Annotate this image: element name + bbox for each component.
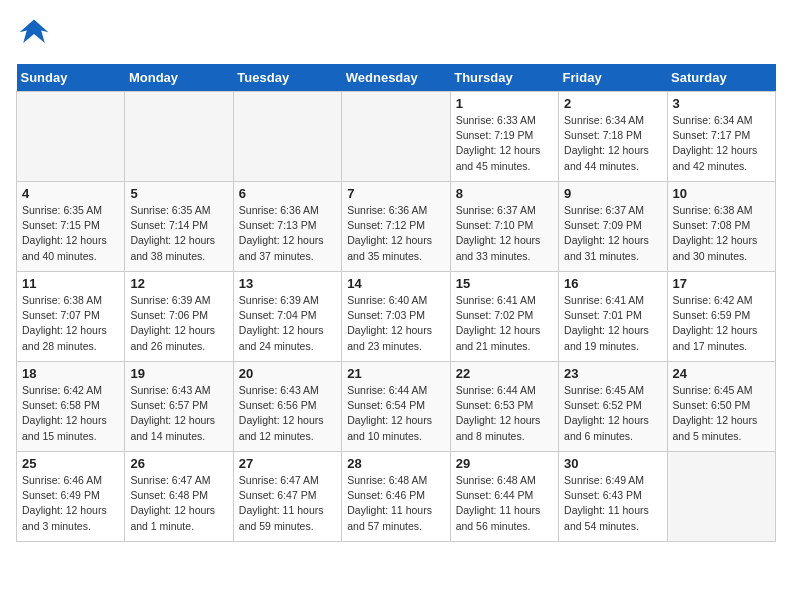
calendar-cell: 20Sunrise: 6:43 AMSunset: 6:56 PMDayligh… bbox=[233, 362, 341, 452]
day-number: 16 bbox=[564, 276, 661, 291]
day-number: 14 bbox=[347, 276, 444, 291]
day-info: Sunrise: 6:40 AMSunset: 7:03 PMDaylight:… bbox=[347, 293, 444, 354]
day-number: 2 bbox=[564, 96, 661, 111]
calendar-cell: 9Sunrise: 6:37 AMSunset: 7:09 PMDaylight… bbox=[559, 182, 667, 272]
weekday-header-sunday: Sunday bbox=[17, 64, 125, 92]
day-number: 4 bbox=[22, 186, 119, 201]
calendar-cell: 21Sunrise: 6:44 AMSunset: 6:54 PMDayligh… bbox=[342, 362, 450, 452]
day-info: Sunrise: 6:35 AMSunset: 7:15 PMDaylight:… bbox=[22, 203, 119, 264]
logo-icon bbox=[16, 16, 52, 52]
calendar-cell: 13Sunrise: 6:39 AMSunset: 7:04 PMDayligh… bbox=[233, 272, 341, 362]
day-info: Sunrise: 6:45 AMSunset: 6:50 PMDaylight:… bbox=[673, 383, 770, 444]
day-info: Sunrise: 6:49 AMSunset: 6:43 PMDaylight:… bbox=[564, 473, 661, 534]
page-header bbox=[16, 16, 776, 52]
calendar-cell: 5Sunrise: 6:35 AMSunset: 7:14 PMDaylight… bbox=[125, 182, 233, 272]
calendar-week-5: 25Sunrise: 6:46 AMSunset: 6:49 PMDayligh… bbox=[17, 452, 776, 542]
day-info: Sunrise: 6:44 AMSunset: 6:54 PMDaylight:… bbox=[347, 383, 444, 444]
day-info: Sunrise: 6:44 AMSunset: 6:53 PMDaylight:… bbox=[456, 383, 553, 444]
day-info: Sunrise: 6:39 AMSunset: 7:04 PMDaylight:… bbox=[239, 293, 336, 354]
calendar-cell: 29Sunrise: 6:48 AMSunset: 6:44 PMDayligh… bbox=[450, 452, 558, 542]
day-number: 11 bbox=[22, 276, 119, 291]
day-info: Sunrise: 6:48 AMSunset: 6:46 PMDaylight:… bbox=[347, 473, 444, 534]
calendar-cell: 24Sunrise: 6:45 AMSunset: 6:50 PMDayligh… bbox=[667, 362, 775, 452]
calendar-cell: 14Sunrise: 6:40 AMSunset: 7:03 PMDayligh… bbox=[342, 272, 450, 362]
day-info: Sunrise: 6:41 AMSunset: 7:02 PMDaylight:… bbox=[456, 293, 553, 354]
calendar-cell: 10Sunrise: 6:38 AMSunset: 7:08 PMDayligh… bbox=[667, 182, 775, 272]
calendar-cell: 27Sunrise: 6:47 AMSunset: 6:47 PMDayligh… bbox=[233, 452, 341, 542]
day-info: Sunrise: 6:37 AMSunset: 7:10 PMDaylight:… bbox=[456, 203, 553, 264]
calendar-cell: 26Sunrise: 6:47 AMSunset: 6:48 PMDayligh… bbox=[125, 452, 233, 542]
calendar-cell: 15Sunrise: 6:41 AMSunset: 7:02 PMDayligh… bbox=[450, 272, 558, 362]
weekday-header-tuesday: Tuesday bbox=[233, 64, 341, 92]
calendar-cell: 7Sunrise: 6:36 AMSunset: 7:12 PMDaylight… bbox=[342, 182, 450, 272]
day-number: 9 bbox=[564, 186, 661, 201]
day-info: Sunrise: 6:34 AMSunset: 7:18 PMDaylight:… bbox=[564, 113, 661, 174]
day-number: 25 bbox=[22, 456, 119, 471]
calendar-cell: 6Sunrise: 6:36 AMSunset: 7:13 PMDaylight… bbox=[233, 182, 341, 272]
weekday-header-thursday: Thursday bbox=[450, 64, 558, 92]
calendar-cell: 30Sunrise: 6:49 AMSunset: 6:43 PMDayligh… bbox=[559, 452, 667, 542]
day-number: 7 bbox=[347, 186, 444, 201]
calendar-cell: 2Sunrise: 6:34 AMSunset: 7:18 PMDaylight… bbox=[559, 92, 667, 182]
day-number: 8 bbox=[456, 186, 553, 201]
calendar-cell: 25Sunrise: 6:46 AMSunset: 6:49 PMDayligh… bbox=[17, 452, 125, 542]
day-number: 22 bbox=[456, 366, 553, 381]
day-info: Sunrise: 6:38 AMSunset: 7:08 PMDaylight:… bbox=[673, 203, 770, 264]
day-number: 26 bbox=[130, 456, 227, 471]
calendar-week-2: 4Sunrise: 6:35 AMSunset: 7:15 PMDaylight… bbox=[17, 182, 776, 272]
day-number: 28 bbox=[347, 456, 444, 471]
day-number: 18 bbox=[22, 366, 119, 381]
weekday-header-wednesday: Wednesday bbox=[342, 64, 450, 92]
calendar-cell bbox=[342, 92, 450, 182]
day-info: Sunrise: 6:45 AMSunset: 6:52 PMDaylight:… bbox=[564, 383, 661, 444]
calendar-cell: 12Sunrise: 6:39 AMSunset: 7:06 PMDayligh… bbox=[125, 272, 233, 362]
day-info: Sunrise: 6:34 AMSunset: 7:17 PMDaylight:… bbox=[673, 113, 770, 174]
day-number: 1 bbox=[456, 96, 553, 111]
calendar-cell bbox=[125, 92, 233, 182]
calendar-cell: 23Sunrise: 6:45 AMSunset: 6:52 PMDayligh… bbox=[559, 362, 667, 452]
day-info: Sunrise: 6:37 AMSunset: 7:09 PMDaylight:… bbox=[564, 203, 661, 264]
day-number: 10 bbox=[673, 186, 770, 201]
day-number: 3 bbox=[673, 96, 770, 111]
day-info: Sunrise: 6:35 AMSunset: 7:14 PMDaylight:… bbox=[130, 203, 227, 264]
day-info: Sunrise: 6:38 AMSunset: 7:07 PMDaylight:… bbox=[22, 293, 119, 354]
day-number: 19 bbox=[130, 366, 227, 381]
day-number: 24 bbox=[673, 366, 770, 381]
calendar-cell: 11Sunrise: 6:38 AMSunset: 7:07 PMDayligh… bbox=[17, 272, 125, 362]
day-number: 12 bbox=[130, 276, 227, 291]
day-info: Sunrise: 6:33 AMSunset: 7:19 PMDaylight:… bbox=[456, 113, 553, 174]
day-number: 29 bbox=[456, 456, 553, 471]
calendar-cell bbox=[233, 92, 341, 182]
day-info: Sunrise: 6:46 AMSunset: 6:49 PMDaylight:… bbox=[22, 473, 119, 534]
calendar-cell: 8Sunrise: 6:37 AMSunset: 7:10 PMDaylight… bbox=[450, 182, 558, 272]
day-info: Sunrise: 6:47 AMSunset: 6:48 PMDaylight:… bbox=[130, 473, 227, 534]
day-info: Sunrise: 6:36 AMSunset: 7:12 PMDaylight:… bbox=[347, 203, 444, 264]
day-info: Sunrise: 6:42 AMSunset: 6:58 PMDaylight:… bbox=[22, 383, 119, 444]
calendar-cell: 3Sunrise: 6:34 AMSunset: 7:17 PMDaylight… bbox=[667, 92, 775, 182]
calendar-cell: 17Sunrise: 6:42 AMSunset: 6:59 PMDayligh… bbox=[667, 272, 775, 362]
day-info: Sunrise: 6:43 AMSunset: 6:57 PMDaylight:… bbox=[130, 383, 227, 444]
calendar-week-1: 1Sunrise: 6:33 AMSunset: 7:19 PMDaylight… bbox=[17, 92, 776, 182]
calendar-table: SundayMondayTuesdayWednesdayThursdayFrid… bbox=[16, 64, 776, 542]
weekday-header-saturday: Saturday bbox=[667, 64, 775, 92]
day-info: Sunrise: 6:47 AMSunset: 6:47 PMDaylight:… bbox=[239, 473, 336, 534]
calendar-cell: 28Sunrise: 6:48 AMSunset: 6:46 PMDayligh… bbox=[342, 452, 450, 542]
day-info: Sunrise: 6:36 AMSunset: 7:13 PMDaylight:… bbox=[239, 203, 336, 264]
day-info: Sunrise: 6:41 AMSunset: 7:01 PMDaylight:… bbox=[564, 293, 661, 354]
day-number: 30 bbox=[564, 456, 661, 471]
day-info: Sunrise: 6:43 AMSunset: 6:56 PMDaylight:… bbox=[239, 383, 336, 444]
day-number: 21 bbox=[347, 366, 444, 381]
day-info: Sunrise: 6:39 AMSunset: 7:06 PMDaylight:… bbox=[130, 293, 227, 354]
day-number: 27 bbox=[239, 456, 336, 471]
day-number: 13 bbox=[239, 276, 336, 291]
calendar-cell: 4Sunrise: 6:35 AMSunset: 7:15 PMDaylight… bbox=[17, 182, 125, 272]
calendar-cell: 1Sunrise: 6:33 AMSunset: 7:19 PMDaylight… bbox=[450, 92, 558, 182]
calendar-cell: 18Sunrise: 6:42 AMSunset: 6:58 PMDayligh… bbox=[17, 362, 125, 452]
day-info: Sunrise: 6:42 AMSunset: 6:59 PMDaylight:… bbox=[673, 293, 770, 354]
day-number: 6 bbox=[239, 186, 336, 201]
calendar-week-4: 18Sunrise: 6:42 AMSunset: 6:58 PMDayligh… bbox=[17, 362, 776, 452]
day-info: Sunrise: 6:48 AMSunset: 6:44 PMDaylight:… bbox=[456, 473, 553, 534]
calendar-cell: 16Sunrise: 6:41 AMSunset: 7:01 PMDayligh… bbox=[559, 272, 667, 362]
weekday-header-monday: Monday bbox=[125, 64, 233, 92]
weekday-header-row: SundayMondayTuesdayWednesdayThursdayFrid… bbox=[17, 64, 776, 92]
